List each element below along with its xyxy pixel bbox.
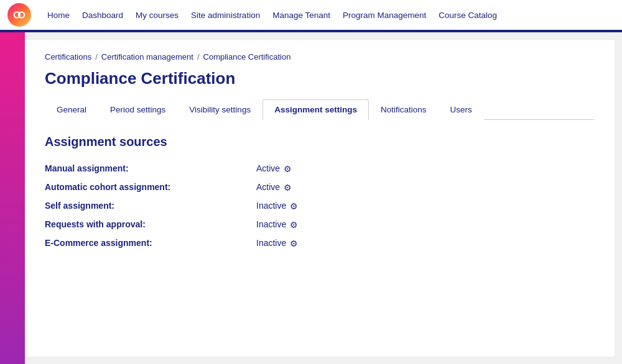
- assignment-row-1: Automatic cohort assignment:Active⚙: [45, 178, 595, 196]
- main-content: Certifications / Certification managemen…: [25, 40, 615, 357]
- assignment-status-1[interactable]: Active⚙: [256, 182, 292, 192]
- nav-link-course-catalog[interactable]: Course Catalog: [432, 11, 503, 20]
- assignment-label-0: Manual assignment:: [45, 163, 256, 173]
- assignment-status-text-0: Active: [256, 163, 280, 173]
- assignment-status-4[interactable]: Inactive⚙: [256, 238, 299, 248]
- tab-general[interactable]: General: [45, 99, 98, 120]
- left-accent-bar: [0, 32, 25, 364]
- tabs-container: GeneralPeriod settingsVisibility setting…: [45, 99, 595, 120]
- assignment-label-4: E-Commerce assignment:: [45, 238, 256, 248]
- assignment-row-4: E-Commerce assignment:Inactive⚙: [45, 234, 595, 252]
- assignment-table: Manual assignment:Active⚙Automatic cohor…: [45, 159, 595, 252]
- tab-notifications[interactable]: Notifications: [369, 99, 439, 120]
- assignment-row-0: Manual assignment:Active⚙: [45, 159, 595, 178]
- page-title: Compliance Certification: [45, 69, 595, 88]
- assignment-row-3: Requests with approval:Inactive⚙: [45, 215, 595, 234]
- assignment-label-3: Requests with approval:: [45, 219, 256, 229]
- logo: [7, 3, 31, 27]
- nav-link-program-management[interactable]: Program Management: [337, 11, 432, 20]
- tab-assignment-settings[interactable]: Assignment settings: [262, 99, 369, 120]
- assignment-status-text-2: Inactive: [256, 201, 286, 211]
- breadcrumb-item-1[interactable]: Certification management: [101, 52, 193, 61]
- section-title: Assignment sources: [45, 135, 595, 149]
- gear-icon-2[interactable]: ⚙: [290, 201, 299, 210]
- nav-link-my-courses[interactable]: My courses: [129, 11, 185, 20]
- assignment-status-text-1: Active: [256, 182, 280, 192]
- nav-link-manage-tenant[interactable]: Manage Tenant: [266, 11, 337, 20]
- nav-links-list: HomeDashboardMy coursesSite administrati…: [41, 9, 615, 20]
- breadcrumb-item-2[interactable]: Compliance Certification: [203, 52, 291, 61]
- breadcrumb-separator: /: [197, 52, 200, 61]
- assignment-status-text-3: Inactive: [256, 219, 286, 229]
- gear-icon-3[interactable]: ⚙: [290, 220, 299, 229]
- nav-link-dashboard[interactable]: Dashboard: [76, 11, 129, 20]
- assignment-status-text-4: Inactive: [256, 238, 286, 248]
- gear-icon-4[interactable]: ⚙: [290, 239, 299, 247]
- tab-visibility-settings[interactable]: Visibility settings: [177, 99, 262, 120]
- assignment-status-3[interactable]: Inactive⚙: [256, 219, 299, 229]
- breadcrumb-item-0[interactable]: Certifications: [45, 52, 91, 61]
- breadcrumb-separator: /: [95, 52, 98, 61]
- assignment-label-1: Automatic cohort assignment:: [45, 182, 256, 192]
- assignment-status-0[interactable]: Active⚙: [256, 163, 292, 173]
- gear-icon-0[interactable]: ⚙: [284, 164, 292, 173]
- nav-link-home[interactable]: Home: [41, 11, 76, 20]
- gear-icon-1[interactable]: ⚙: [284, 183, 292, 191]
- page-wrapper: Certifications / Certification managemen…: [0, 32, 622, 364]
- tab-users[interactable]: Users: [438, 99, 483, 120]
- tab-period-settings[interactable]: Period settings: [98, 99, 177, 120]
- top-navigation: HomeDashboardMy coursesSite administrati…: [0, 0, 622, 32]
- breadcrumb: Certifications / Certification managemen…: [45, 52, 595, 61]
- assignment-status-2[interactable]: Inactive⚙: [256, 201, 299, 211]
- assignment-label-2: Self assignment:: [45, 201, 256, 211]
- nav-link-site-administration[interactable]: Site administration: [185, 11, 266, 20]
- assignment-row-2: Self assignment:Inactive⚙: [45, 196, 595, 215]
